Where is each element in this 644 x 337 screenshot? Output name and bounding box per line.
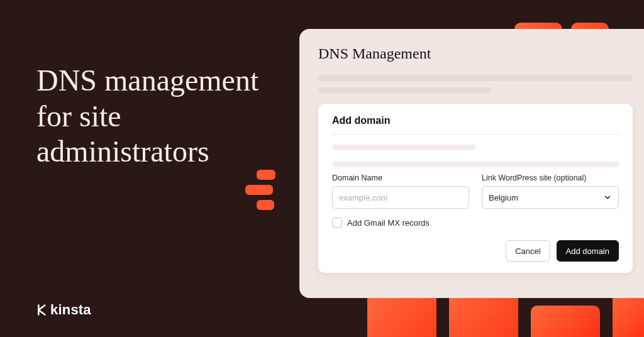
- panel-title: DNS Management: [318, 45, 633, 62]
- placeholder-line: [332, 145, 475, 150]
- gmail-mx-checkbox[interactable]: [332, 218, 342, 228]
- domain-name-input[interactable]: example.com: [332, 186, 469, 209]
- hero-title: DNS management for site administrators: [36, 63, 288, 170]
- link-site-field-group: Link WordPress site (optional) Belgium: [482, 174, 619, 209]
- cancel-button[interactable]: Cancel: [506, 240, 550, 262]
- form-row: Domain Name example.com Link WordPress s…: [332, 174, 619, 209]
- gmail-mx-label: Add Gmail MX records: [347, 218, 430, 228]
- add-domain-button[interactable]: Add domain: [557, 240, 619, 262]
- cancel-button-label: Cancel: [515, 246, 540, 256]
- card-title: Add domain: [332, 115, 619, 135]
- domain-name-label: Domain Name: [332, 174, 469, 182]
- brand-logo: kinsta: [36, 302, 91, 318]
- link-site-select[interactable]: Belgium: [482, 186, 619, 209]
- link-site-value: Belgium: [489, 193, 518, 202]
- decorative-block: [245, 185, 273, 195]
- brand-name: kinsta: [50, 302, 91, 318]
- decorative-block: [531, 306, 600, 337]
- button-row: Cancel Add domain: [332, 240, 619, 262]
- add-domain-card: Add domain Domain Name example.com Link …: [318, 104, 633, 273]
- domain-name-field-group: Domain Name example.com: [332, 174, 469, 209]
- dns-management-panel: DNS Management Add domain Domain Name ex…: [299, 29, 644, 298]
- placeholder-line: [332, 162, 619, 167]
- decorative-block: [257, 200, 274, 210]
- add-domain-button-label: Add domain: [566, 246, 609, 256]
- brand-logo-icon: [36, 304, 49, 316]
- decorative-block: [257, 170, 275, 180]
- placeholder-line: [318, 87, 491, 94]
- chevron-down-icon: [603, 193, 612, 202]
- link-site-label: Link WordPress site (optional): [482, 174, 619, 182]
- placeholder-line: [318, 75, 633, 81]
- decorative-block: [367, 293, 436, 337]
- domain-name-placeholder: example.com: [339, 193, 387, 202]
- gmail-mx-checkbox-row: Add Gmail MX records: [332, 218, 619, 228]
